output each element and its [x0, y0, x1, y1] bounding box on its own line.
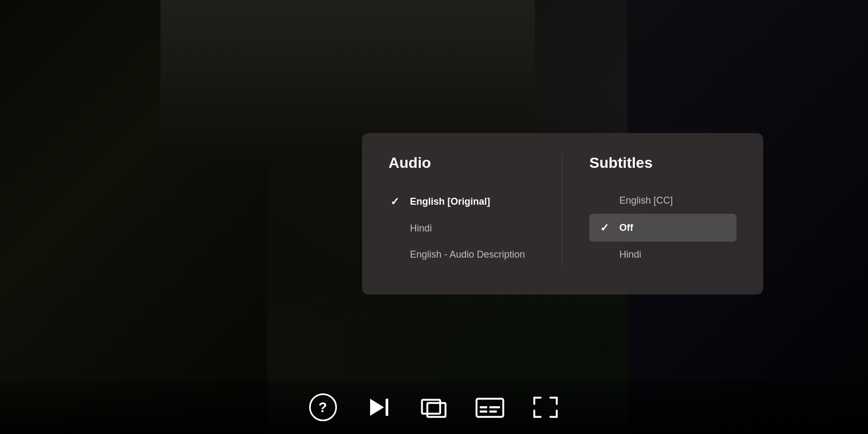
- subtitles-icon: [475, 396, 504, 419]
- bottom-controls-bar: ?: [0, 381, 868, 434]
- queue-icon: [421, 396, 448, 419]
- episodes-button[interactable]: [419, 392, 449, 422]
- subtitles-column: Subtitles English [CC] ✓ Off Hindi: [562, 154, 736, 268]
- help-button[interactable]: ?: [308, 392, 338, 422]
- audio-item-english-original[interactable]: ✓ English [Original]: [389, 188, 536, 215]
- controls-group: ?: [308, 392, 560, 422]
- fullscreen-icon: [532, 396, 559, 419]
- audio-column: Audio ✓ English [Original] Hindi English…: [389, 154, 563, 268]
- svg-rect-3: [427, 403, 445, 417]
- subtitle-item-off[interactable]: ✓ Off: [589, 214, 736, 242]
- audio-item-english-ad[interactable]: English - Audio Description: [389, 242, 536, 268]
- checkmark-english-original: ✓: [389, 195, 402, 208]
- audio-label-english-ad: English - Audio Description: [410, 249, 525, 260]
- svg-rect-6: [480, 410, 487, 413]
- skip-next-icon: [367, 396, 390, 419]
- subtitle-item-hindi[interactable]: Hindi: [589, 242, 736, 268]
- svg-rect-1: [386, 399, 388, 416]
- checkmark-off: ✓: [598, 221, 611, 234]
- subtitle-label-hindi: Hindi: [619, 249, 641, 260]
- help-label: ?: [319, 399, 327, 416]
- subtitle-item-english-cc[interactable]: English [CC]: [589, 188, 736, 214]
- audio-item-hindi[interactable]: Hindi: [389, 215, 536, 242]
- subtitles-button[interactable]: [475, 392, 505, 422]
- svg-rect-5: [480, 406, 487, 408]
- audio-header: Audio: [389, 154, 536, 172]
- subtitles-header: Subtitles: [589, 154, 736, 172]
- audio-subtitles-panel: Audio ✓ English [Original] Hindi English…: [362, 133, 763, 294]
- skip-next-button[interactable]: [364, 392, 394, 422]
- svg-rect-7: [489, 406, 500, 408]
- fullscreen-button[interactable]: [531, 392, 560, 422]
- subtitle-label-english-cc: English [CC]: [619, 195, 673, 206]
- svg-marker-0: [370, 399, 384, 416]
- subtitle-label-off: Off: [619, 222, 633, 233]
- audio-label-hindi: Hindi: [410, 223, 432, 234]
- svg-rect-2: [422, 400, 440, 414]
- svg-rect-8: [489, 410, 497, 413]
- audio-label-english-original: English [Original]: [410, 196, 490, 207]
- help-icon: ?: [309, 393, 337, 421]
